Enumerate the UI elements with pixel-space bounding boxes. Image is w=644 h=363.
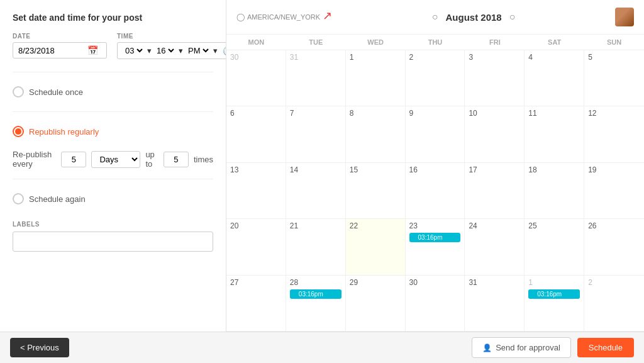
- cell-date: 21: [290, 221, 341, 230]
- bottom-bar: < Previous 👤 Send for approval Schedule: [0, 332, 644, 363]
- calendar-cell[interactable]: 5: [584, 50, 644, 106]
- calendar-cell[interactable]: 17: [465, 163, 525, 218]
- calendar-header: ◯ AMERICA/NEW_YORK ↗ ○ August 2018 ○: [226, 0, 644, 35]
- calendar-cell[interactable]: 103:16pm: [525, 276, 584, 331]
- schedule-once-option[interactable]: Schedule once: [13, 80, 213, 104]
- calendar-cell[interactable]: 2803:16pm: [286, 276, 346, 331]
- cell-date: 14: [290, 165, 341, 174]
- republish-times-input[interactable]: [164, 152, 189, 167]
- cell-date: 1: [528, 278, 580, 287]
- user-icon: 👤: [482, 343, 492, 352]
- calendar-cell[interactable]: 15: [346, 163, 406, 218]
- previous-button[interactable]: < Previous: [10, 338, 69, 357]
- calendar-cell[interactable]: 4: [525, 50, 584, 106]
- cell-date: 19: [588, 165, 640, 174]
- calendar-grid: MON TUE WED THU FRI SAT SUN 303112345678…: [226, 35, 644, 332]
- calendar-cell[interactable]: 31: [286, 50, 346, 106]
- calendar-cell[interactable]: 13: [226, 163, 286, 218]
- cell-date: 9: [409, 109, 461, 118]
- arrow-indicator: ↗: [323, 9, 332, 23]
- cell-date: 3: [469, 53, 520, 62]
- calendar-cell[interactable]: 19: [584, 163, 644, 218]
- cell-date: 13: [230, 165, 282, 174]
- republish-label: Republish regularly: [29, 127, 99, 137]
- cell-date: 2: [409, 53, 461, 62]
- time-hour-select[interactable]: 03: [123, 45, 145, 56]
- event-chip[interactable]: 03:16pm: [290, 289, 341, 299]
- cell-date: 2: [588, 278, 640, 287]
- calendar-cell[interactable]: 6: [226, 106, 286, 162]
- time-label: TIME: [117, 33, 226, 40]
- schedule-button[interactable]: Schedule: [577, 338, 634, 357]
- cell-date: 7: [290, 109, 341, 118]
- day-header-sat: SAT: [525, 35, 584, 50]
- calendar-cell[interactable]: 18: [525, 163, 584, 218]
- republish-interval-input[interactable]: [61, 152, 86, 167]
- calendar-cell[interactable]: 7: [286, 106, 346, 162]
- calendar-cell[interactable]: 2: [584, 276, 644, 331]
- calendar-cell[interactable]: 16: [406, 163, 465, 218]
- date-input-wrap: 📅: [13, 42, 107, 59]
- calendar-cell[interactable]: 14: [286, 163, 346, 218]
- republish-radio[interactable]: [13, 126, 24, 137]
- clock-icon: ◯: [236, 13, 245, 21]
- calendar-cell[interactable]: 20: [226, 219, 286, 274]
- calendar-cell[interactable]: 8: [346, 106, 406, 162]
- labels-input[interactable]: [13, 232, 213, 252]
- cell-date: 6: [230, 109, 282, 118]
- event-chip[interactable]: 03:16pm: [409, 233, 461, 242]
- calendar-cell[interactable]: 3: [465, 50, 525, 106]
- avatar-image: [615, 8, 634, 26]
- calendar-cell[interactable]: 22: [346, 219, 406, 274]
- calendar-cell[interactable]: 29: [346, 276, 406, 331]
- right-actions: 👤 Send for approval Schedule: [472, 337, 634, 358]
- cell-date: 11: [528, 109, 580, 118]
- calendar-cell[interactable]: 12: [584, 106, 644, 162]
- event-chip[interactable]: 03:16pm: [528, 289, 580, 299]
- calendar-cell[interactable]: 2303:16pm: [406, 219, 465, 274]
- timezone-text: AMERICA/NEW_YORK: [247, 13, 320, 21]
- calendar-cell[interactable]: 24: [465, 219, 525, 274]
- next-month-button[interactable]: ○: [509, 11, 516, 23]
- republish-upto-text: up to: [145, 150, 158, 169]
- republish-option[interactable]: Republish regularly: [13, 120, 213, 143]
- calendar-week-3: 2021222303:16pm242526: [226, 219, 644, 275]
- avatar: [615, 8, 634, 26]
- calendar-cell[interactable]: 27: [226, 276, 286, 331]
- calendar-cell[interactable]: 21: [286, 219, 346, 274]
- republish-settings-row: Re-publish every Days Weeks up to times: [13, 150, 213, 169]
- cell-date: 18: [528, 165, 580, 174]
- calendar-cell[interactable]: 30: [226, 50, 286, 106]
- schedule-once-radio[interactable]: [13, 86, 24, 98]
- calendar-cell[interactable]: 25: [525, 219, 584, 274]
- calendar-week-1: 6789101112: [226, 106, 644, 162]
- cell-date: 8: [350, 109, 401, 118]
- datetime-form-row: DATE 📅 TIME 03 ▾ 16 ▾: [13, 33, 213, 59]
- time-period-select[interactable]: PM: [186, 45, 211, 56]
- send-approval-button[interactable]: 👤 Send for approval: [472, 337, 571, 358]
- cell-date: 16: [409, 165, 461, 174]
- calendar-cell[interactable]: 11: [525, 106, 584, 162]
- cell-date: 15: [350, 165, 401, 174]
- schedule-again-radio[interactable]: [13, 193, 24, 204]
- schedule-again-option[interactable]: Schedule again: [13, 187, 213, 211]
- calendar-cell[interactable]: 9: [406, 106, 465, 162]
- calendar-cell[interactable]: 31: [465, 276, 525, 331]
- date-input[interactable]: [18, 46, 87, 55]
- calendar-cell[interactable]: 2: [406, 50, 465, 106]
- cell-date: 4: [528, 53, 580, 62]
- cell-date: 30: [409, 278, 461, 287]
- republish-every-text: Re-publish every: [13, 150, 56, 169]
- republish-unit-select[interactable]: Days Weeks: [91, 151, 140, 168]
- calendar-cell[interactable]: 10: [465, 106, 525, 162]
- cell-date: 17: [469, 165, 520, 174]
- cell-date: 24: [469, 221, 520, 230]
- calendar-icon[interactable]: 📅: [87, 45, 98, 55]
- prev-month-button[interactable]: ○: [432, 11, 438, 23]
- calendar-cell[interactable]: 26: [584, 219, 644, 274]
- schedule-once-label: Schedule once: [29, 87, 83, 97]
- time-minute-select[interactable]: 16: [154, 45, 176, 56]
- calendar-cell[interactable]: 1: [346, 50, 406, 106]
- calendar-cell[interactable]: 30: [406, 276, 465, 331]
- time-form-group: TIME 03 ▾ 16 ▾ PM ▾ 🕐: [117, 33, 226, 59]
